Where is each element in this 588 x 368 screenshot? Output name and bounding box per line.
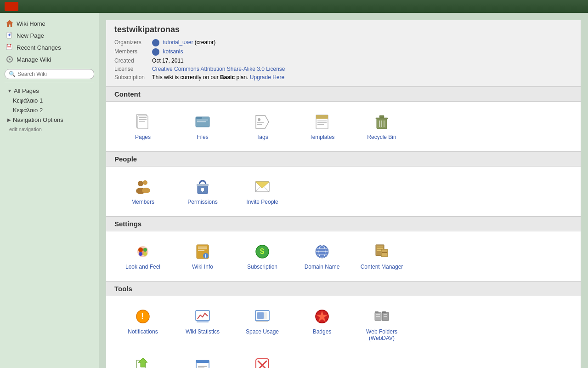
navigation-options-toggle[interactable]: ▶ Navigation Options (0, 115, 99, 125)
organizers-value: tutorial_user (creator) (152, 38, 288, 47)
invite-people-item[interactable]: Invite People (235, 174, 290, 209)
all-pages-label: All Pages (14, 87, 39, 94)
home-icon (6, 19, 14, 28)
svg-rect-59 (198, 247, 207, 247)
permissions-icon (193, 178, 212, 196)
svg-rect-35 (376, 118, 388, 119)
svg-rect-77 (382, 252, 387, 253)
wiki-info-label: Wiki Info (192, 264, 213, 270)
subscription-icon: $ (253, 242, 271, 261)
all-pages-toggle[interactable]: ▼ All Pages (0, 86, 99, 96)
wiki-statistics-item[interactable]: Wiki Statistics (175, 304, 230, 345)
tags-label: Tags (256, 134, 268, 140)
svg-point-42 (143, 180, 147, 185)
delete-wiki-item[interactable]: Delete Wiki (235, 352, 290, 368)
member-avatar (152, 48, 159, 56)
svg-rect-90 (376, 314, 380, 315)
edit-navigation[interactable]: edit navigation (0, 125, 99, 134)
import-blog-icon (134, 356, 152, 368)
look-and-feel-item[interactable]: Look and Feel (115, 239, 170, 274)
organizer-avatar (152, 39, 159, 46)
svg-point-40 (138, 181, 143, 186)
search-input[interactable] (17, 71, 90, 77)
tags-item[interactable]: Tags (235, 109, 290, 144)
svg-rect-73 (377, 248, 383, 249)
sidebar-item-new-page[interactable]: New Page (0, 29, 99, 41)
notifications-item[interactable]: ! Notifications (115, 304, 170, 345)
sidebar: Wiki Home New Page (0, 13, 99, 368)
svg-rect-18 (139, 117, 147, 118)
svg-rect-32 (317, 122, 327, 123)
svg-rect-61 (198, 250, 204, 251)
space-usage-label: Space Usage (246, 328, 279, 335)
exports-backups-icon (193, 356, 212, 368)
svg-marker-0 (6, 20, 13, 27)
members-item[interactable]: Members (115, 174, 170, 209)
content-manager-item[interactable]: Content Manager (354, 239, 409, 274)
svg-rect-76 (382, 251, 387, 251)
subscription-item[interactable]: $ Subscription (235, 239, 290, 274)
license-link[interactable]: Creative Commons Attribution Share-Alike… (152, 66, 285, 72)
wiki-header: testwikipatronas Organizers tutorial_use… (106, 20, 581, 86)
templates-item[interactable]: Templates (294, 109, 350, 144)
page-item-2[interactable]: Κεφάλαιο 2 (0, 105, 99, 115)
license-label: License (114, 65, 152, 73)
sidebar-item-manage-wiki[interactable]: Manage Wiki (0, 53, 99, 65)
search-box[interactable]: 🔍 (5, 69, 94, 79)
files-item[interactable]: Files (175, 109, 230, 144)
web-folders-item[interactable]: Web Folders (WebDAV) (354, 304, 409, 345)
wiki-title: testwikipatronas (114, 25, 572, 34)
svg-point-54 (138, 247, 143, 252)
svg-rect-23 (197, 120, 208, 121)
upgrade-link[interactable]: Upgrade Here (250, 74, 284, 80)
wiki-statistics-icon (193, 307, 212, 326)
page-label-1: Κεφάλαιο 1 (13, 97, 43, 104)
svg-rect-6 (7, 44, 8, 46)
logo[interactable] (5, 2, 18, 11)
page-item-1[interactable]: Κεφάλαιο 1 (0, 96, 99, 105)
badges-item[interactable]: Badges (294, 304, 350, 345)
svg-rect-33 (317, 124, 324, 125)
members-icon (134, 178, 152, 196)
expand-icon: ▼ (7, 88, 12, 93)
pages-item[interactable]: Pages (115, 109, 170, 144)
space-usage-item[interactable]: Space Usage (235, 304, 290, 345)
organizers-label: Organizers (114, 38, 152, 47)
license-value: Creative Commons Attribution Share-Alike… (152, 65, 288, 73)
domain-name-item[interactable]: Domain Name (294, 239, 350, 274)
wiki-info-item[interactable]: i Wiki Info (175, 239, 230, 274)
svg-rect-12 (9, 56, 10, 57)
created-label: Created (114, 57, 152, 65)
svg-rect-74 (377, 250, 381, 251)
content-icon-grid: Pages Files (106, 102, 581, 151)
recent-changes-icon (6, 43, 14, 52)
expand-nav-icon: ▶ (7, 117, 11, 122)
subscription-suffix: plan. (235, 74, 250, 80)
svg-rect-72 (377, 247, 383, 247)
member-link[interactable]: kotsanis (163, 48, 183, 55)
recycle-bin-label: Recycle Bin (367, 134, 396, 140)
members-label: Members (131, 199, 154, 205)
svg-rect-20 (139, 121, 145, 122)
svg-point-56 (139, 252, 142, 256)
subscription-value: This wiki is currently on our Basic plan… (152, 73, 288, 81)
svg-point-26 (258, 118, 260, 121)
svg-rect-24 (197, 121, 206, 122)
organizer-link[interactable]: tutorial_user (163, 39, 193, 46)
members-value: kotsanis (152, 47, 288, 57)
sidebar-item-wiki-home[interactable]: Wiki Home (0, 17, 99, 29)
invite-people-label: Invite People (246, 199, 278, 205)
svg-point-11 (9, 58, 11, 60)
svg-rect-14 (6, 59, 7, 60)
svg-rect-84 (257, 312, 264, 319)
tools-section-header: Tools (106, 281, 581, 296)
svg-rect-101 (196, 360, 209, 363)
wiki-meta-table: Organizers tutorial_user (creator) Membe… (114, 38, 289, 81)
svg-rect-94 (384, 314, 387, 315)
exports-backups-item[interactable]: Exports / Backups (175, 352, 230, 368)
import-blog-item[interactable]: Import Blog Post (115, 352, 170, 368)
permissions-item[interactable]: Permissions (175, 174, 230, 209)
recycle-bin-item[interactable]: Recycle Bin (354, 109, 409, 144)
sidebar-item-recent-changes[interactable]: Recent Changes (0, 41, 99, 53)
sidebar-divider-1 (5, 83, 94, 83)
